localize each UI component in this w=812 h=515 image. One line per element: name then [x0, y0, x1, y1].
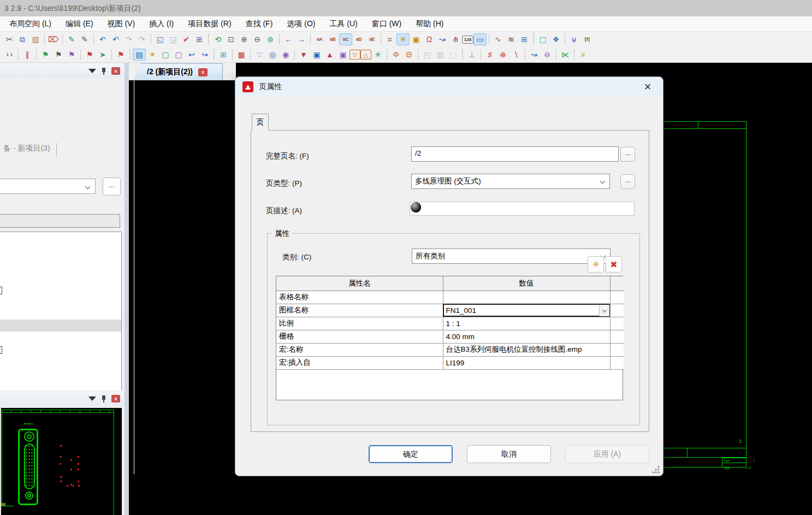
property-value-cell[interactable] — [443, 291, 610, 304]
full-page-name-browse-button[interactable]: ... — [620, 147, 635, 162]
table-settings-icon[interactable]: ▦ — [235, 49, 248, 61]
grid-a-icon[interactable]: ⌗A — [313, 33, 326, 45]
filter-combobox[interactable] — [0, 179, 96, 194]
menu-item-options[interactable]: 选项 (O) — [280, 17, 322, 31]
pin-icon[interactable] — [101, 67, 106, 75]
page-type-select[interactable]: 多线原理图 (交互式) — [411, 174, 610, 189]
menu-item-window[interactable]: 窗口 (W) — [365, 17, 408, 31]
page-new-icon[interactable]: ✶ — [146, 49, 159, 61]
copy-icon[interactable]: ⧉ — [16, 33, 29, 45]
property-name-cell[interactable]: 图框名称 — [276, 304, 443, 317]
t-node-icon[interactable]: ♯ — [483, 49, 496, 61]
cut-icon[interactable]: ✂ — [3, 33, 16, 45]
insert-window-icon[interactable]: ◱ — [153, 33, 167, 45]
grid-c-icon[interactable]: ⌗C — [339, 33, 352, 45]
tab-page[interactable]: 页 — [252, 114, 269, 131]
property-name-cell[interactable]: 栅格 — [276, 330, 443, 343]
symbol-updown-icon[interactable]: ◉ — [279, 49, 292, 61]
mesh-edit-icon[interactable]: ⊞ — [518, 33, 531, 45]
category-select[interactable]: 所有类别 — [412, 248, 611, 264]
coil-terminals-icon[interactable]: Φ — [389, 49, 402, 61]
object-snap-icon[interactable]: ▣ — [410, 33, 423, 45]
menu-item-utilities[interactable]: 工具 (U) — [322, 17, 364, 31]
redo-list-icon[interactable]: ↷ — [135, 33, 149, 45]
gauge-icon[interactable]: Θ — [402, 49, 416, 61]
snap-to-grid-icon[interactable]: ✳ — [396, 33, 410, 45]
ruler-icon[interactable]: ▭ — [473, 33, 487, 45]
symbol-multi-icon[interactable]: ∵ — [253, 49, 266, 61]
page-type-browse-button[interactable]: ... — [620, 174, 635, 189]
polyline-snap-icon[interactable]: ↝ — [436, 33, 449, 45]
redo-icon[interactable]: ↷ — [122, 33, 135, 45]
text-style-icon[interactable]: |T| — [580, 33, 594, 45]
stamp-icon[interactable]: ⊥ — [465, 49, 478, 61]
delete-property-button[interactable]: ✖ — [606, 256, 622, 273]
macro-box-icon[interactable]: ▣ — [310, 49, 323, 61]
resize-grip[interactable] — [652, 466, 660, 473]
magnet-snap-icon[interactable]: Ω — [423, 33, 436, 45]
grid-b-icon[interactable]: ⌗B — [326, 33, 339, 45]
undo-list-icon[interactable]: ↶ — [109, 33, 122, 45]
page-navigator-icon[interactable]: ▤ — [133, 49, 146, 61]
dashed-box-icon[interactable]: ▢ — [447, 49, 460, 61]
property-name-cell[interactable]: 宏:插入自 — [276, 356, 443, 369]
device-new-icon[interactable]: ⊞ — [217, 49, 230, 61]
tab-page-2[interactable]: /2 (新项目(2)) x — [133, 63, 223, 80]
menu-item-help[interactable]: 帮助 (H) — [408, 17, 451, 31]
potential-circle-icon[interactable]: ⊖ — [541, 49, 554, 61]
curve-arrow-icon[interactable]: ↝ — [527, 49, 541, 61]
flag-stop-icon[interactable]: ⚑ — [83, 49, 96, 61]
pin-route-icon[interactable]: ➤ — [96, 49, 109, 61]
column-header-value[interactable]: 数值 — [443, 276, 610, 291]
dialog-titlebar[interactable]: 页属性 ✕ — [235, 77, 663, 97]
node-slash-icon[interactable]: ∖ — [509, 49, 523, 61]
format-painter-assign-icon[interactable]: ✎ — [78, 33, 91, 45]
dialog-close-button[interactable]: ✕ — [641, 81, 654, 93]
page-next-icon[interactable]: ↪ — [198, 49, 211, 61]
property-name-cell[interactable]: 表格名称 — [276, 291, 443, 304]
property-value-cell[interactable]: 4.00 mm — [443, 330, 610, 343]
cancel-button[interactable]: 取消 — [467, 445, 551, 463]
format-painter-icon[interactable]: ✎ — [65, 33, 78, 45]
hatch-fill-icon[interactable]: ▨ — [434, 49, 447, 61]
boxed-down-icon[interactable]: ▽ — [349, 50, 360, 60]
redraw-icon[interactable]: ⟲ — [211, 33, 224, 45]
pins-12-icon[interactable]: ⇂⇂ — [3, 49, 16, 61]
page-description-input[interactable] — [410, 202, 635, 216]
flag-settings-icon[interactable]: ⚑ — [52, 49, 65, 61]
menu-item-insert[interactable]: 插入 (I) — [142, 17, 181, 31]
column-header-name[interactable]: 属性名 — [276, 276, 443, 291]
node-plus-icon[interactable]: ⊕ — [496, 49, 509, 61]
menu-item-edit[interactable]: 编辑 (E) — [58, 17, 100, 31]
menu-item-view[interactable]: 视图 (V) — [100, 17, 143, 31]
paste-icon[interactable]: ▥ — [29, 33, 42, 45]
macro-up-icon[interactable]: ▲ — [323, 49, 336, 61]
page-previous-icon[interactable]: ↩ — [185, 49, 198, 61]
zoom-window-icon[interactable]: ⊡ — [224, 33, 238, 45]
property-value-cell[interactable]: 1 : 1 — [443, 317, 610, 330]
signal-wave-icon[interactable]: ∿ — [491, 33, 505, 45]
grid-d-icon[interactable]: ⌗D — [352, 33, 365, 45]
fill-corner-icon[interactable]: ◰ — [420, 49, 434, 61]
flag-confirm-icon[interactable]: ⚑ — [39, 49, 52, 61]
dock-splitter[interactable] — [125, 63, 129, 515]
page-copy-icon[interactable]: ▢ — [172, 49, 185, 61]
insert-window-macro-icon[interactable]: ◲ — [167, 33, 180, 45]
property-value-cell[interactable]: FN1_001 — [443, 304, 610, 317]
signal-tap-icon[interactable]: ⋉ — [559, 49, 572, 61]
flag-delete-icon[interactable]: ⚑ — [114, 49, 127, 61]
value-128-icon[interactable]: 128 — [462, 35, 473, 44]
zoom-out-icon[interactable]: ⊖ — [251, 33, 264, 45]
zoom-100-icon[interactable]: ⊚ — [264, 33, 277, 45]
pin-icon[interactable] — [101, 395, 106, 403]
align-nodes-icon[interactable]: ❖ — [549, 33, 562, 45]
macro-down-icon[interactable]: ▼ — [297, 49, 310, 61]
filter-header-bar[interactable] — [0, 214, 120, 228]
signal-tracking-icon[interactable]: ≋ — [505, 33, 518, 45]
value-dropdown-button[interactable] — [599, 305, 609, 316]
shopping-cart-icon[interactable]: ⊎ — [567, 33, 580, 45]
insert-table-icon[interactable]: ⊞ — [193, 33, 206, 45]
connector-branch-icon[interactable]: ✳ — [371, 49, 384, 61]
property-value-cell[interactable]: 台达B3系列伺服电机位置控制接线图.emp — [443, 343, 610, 356]
symbol-target-icon[interactable]: ◎ — [266, 49, 279, 61]
